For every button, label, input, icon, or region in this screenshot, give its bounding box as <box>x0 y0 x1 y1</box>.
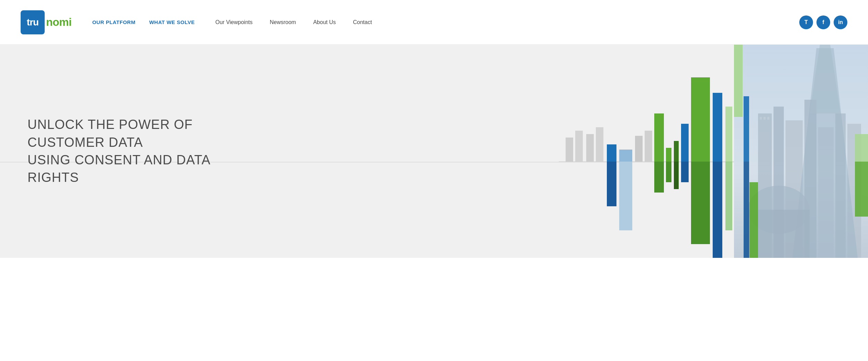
nav-contact[interactable]: Contact <box>353 19 372 25</box>
svg-rect-18 <box>681 162 689 182</box>
logo-nomi-text: nomi <box>46 16 71 29</box>
svg-rect-20 <box>691 162 710 244</box>
nav-about-us[interactable]: About Us <box>313 19 336 25</box>
logo-link[interactable]: tru nomi <box>21 10 71 34</box>
svg-rect-24 <box>725 162 732 230</box>
svg-rect-3 <box>586 134 594 162</box>
svg-rect-6 <box>607 162 616 206</box>
svg-rect-48 <box>744 162 749 258</box>
chart-area <box>559 45 868 258</box>
svg-rect-12 <box>654 162 664 193</box>
svg-rect-43 <box>764 117 766 120</box>
social-icons-group: T f in <box>799 15 847 29</box>
svg-rect-4 <box>596 127 603 162</box>
svg-rect-46 <box>749 182 758 258</box>
nav-our-platform[interactable]: OUR PLATFORM <box>92 19 135 25</box>
svg-rect-1 <box>566 138 573 162</box>
svg-rect-47 <box>744 96 749 162</box>
svg-rect-7 <box>619 150 632 162</box>
linkedin-icon[interactable]: in <box>834 15 847 29</box>
nav-newsroom[interactable]: Newsroom <box>270 19 296 25</box>
svg-rect-42 <box>760 117 762 120</box>
svg-rect-49 <box>855 134 868 162</box>
svg-rect-8 <box>619 162 632 230</box>
nav-secondary: Our Viewpoints Newsroom About Us Contact <box>215 19 799 25</box>
svg-rect-50 <box>855 162 868 217</box>
svg-rect-10 <box>645 131 652 162</box>
svg-rect-16 <box>674 162 679 189</box>
nav-primary: OUR PLATFORM WHAT WE SOLVE <box>92 19 194 25</box>
svg-rect-45 <box>734 45 743 117</box>
hero-headline-line2: USING CONSENT AND DATA RIGHTS <box>27 153 210 185</box>
svg-rect-19 <box>691 77 710 162</box>
main-nav: OUR PLATFORM WHAT WE SOLVE Our Viewpoint… <box>92 15 847 29</box>
hero-headline: UNLOCK THE POWER OF CUSTOMER DATA USING … <box>27 116 213 186</box>
svg-rect-23 <box>725 107 732 162</box>
nav-what-we-solve[interactable]: WHAT WE SOLVE <box>149 19 195 25</box>
hero-headline-line1: UNLOCK THE POWER OF CUSTOMER DATA <box>27 117 193 149</box>
svg-rect-11 <box>654 113 664 162</box>
svg-rect-13 <box>666 148 671 162</box>
svg-rect-9 <box>635 136 643 162</box>
nav-our-viewpoints[interactable]: Our Viewpoints <box>215 19 253 25</box>
hero-section: UNLOCK THE POWER OF CUSTOMER DATA USING … <box>0 45 868 258</box>
chart-svg <box>559 45 868 258</box>
twitter-icon[interactable]: T <box>799 15 813 29</box>
logo-tru-text: tru <box>27 17 38 28</box>
svg-rect-21 <box>713 93 722 162</box>
svg-rect-14 <box>666 162 671 182</box>
svg-rect-5 <box>607 144 616 162</box>
svg-rect-44 <box>767 117 769 120</box>
site-header: tru nomi OUR PLATFORM WHAT WE SOLVE Our … <box>0 0 868 45</box>
svg-rect-15 <box>674 141 679 162</box>
svg-rect-17 <box>681 124 689 162</box>
svg-rect-22 <box>713 162 722 258</box>
logo-box: tru <box>21 10 45 34</box>
svg-rect-2 <box>575 131 583 162</box>
facebook-icon[interactable]: f <box>816 15 830 29</box>
hero-text-block: UNLOCK THE POWER OF CUSTOMER DATA USING … <box>0 95 241 207</box>
